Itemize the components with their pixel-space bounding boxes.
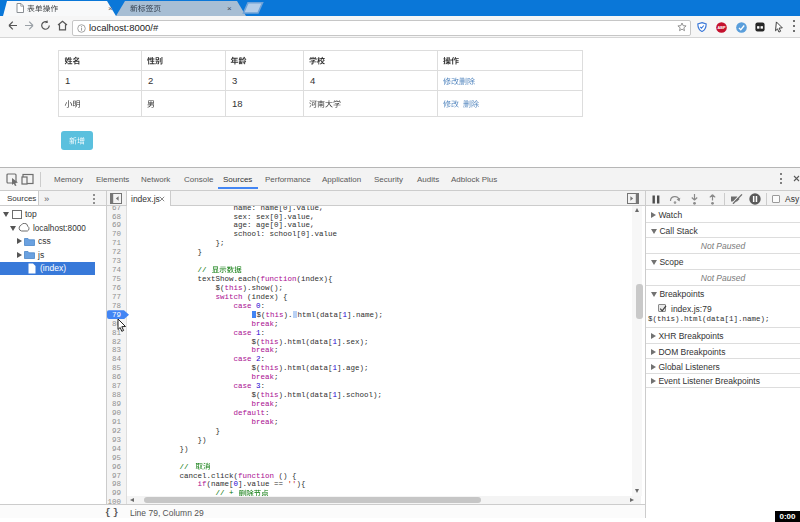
svg-text:ABP: ABP [717,26,726,30]
